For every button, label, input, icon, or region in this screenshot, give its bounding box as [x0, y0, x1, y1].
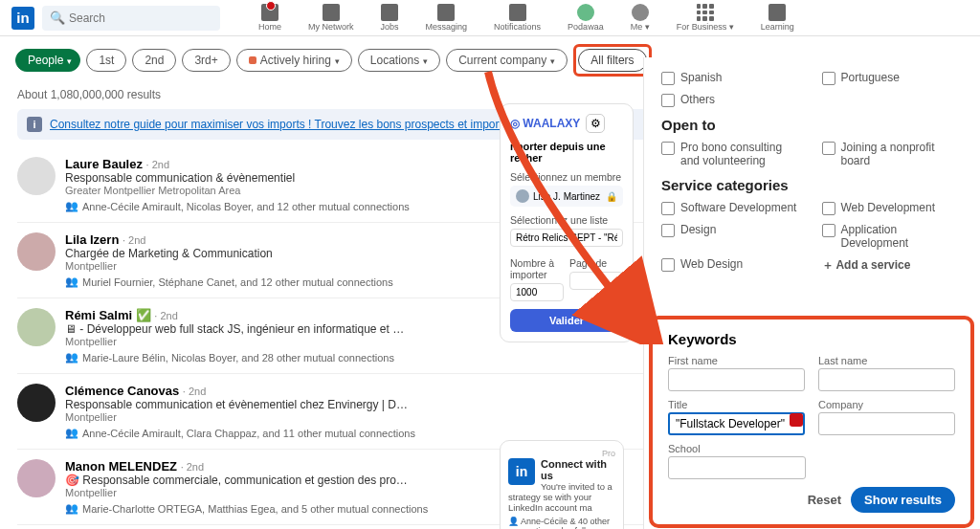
- avatar[interactable]: [17, 232, 56, 271]
- mutual-text: Anne-Cécile Amirault, Nicolas Boyer, and…: [82, 201, 410, 212]
- nav-network[interactable]: My Network: [308, 4, 354, 32]
- hiring-icon: [249, 56, 256, 64]
- keywords-heading: Keywords: [668, 331, 955, 347]
- import-title: nporter depuis une recher: [510, 141, 623, 164]
- import-count-input[interactable]: [510, 283, 564, 301]
- lang-spanish-checkbox[interactable]: Spanish: [661, 71, 803, 85]
- search-icon: 🔍: [50, 11, 65, 25]
- reset-button[interactable]: Reset: [808, 493, 841, 507]
- top-nav: in 🔍 Home My Network Jobs Messaging Noti…: [0, 0, 980, 36]
- result-headline: Chargée de Marketing & Communication: [65, 247, 410, 260]
- app-dev-checkbox[interactable]: Application Development: [822, 223, 964, 250]
- waalaxy-logo: ◎ WAALAXY: [510, 117, 580, 130]
- company-input[interactable]: [818, 412, 955, 435]
- bell-icon: [509, 4, 526, 21]
- third-degree-filter[interactable]: 3rd+: [182, 49, 230, 72]
- all-filters-highlight: All filters: [573, 44, 651, 77]
- people-icon: [323, 4, 340, 21]
- connect-sub: You're invited to a strategy se with you…: [508, 481, 615, 513]
- list-select[interactable]: [510, 229, 623, 247]
- grid-icon: [697, 4, 714, 21]
- briefcase-icon: [381, 4, 398, 21]
- software-dev-checkbox[interactable]: Software Development: [661, 201, 803, 215]
- extension-badge-icon: [790, 413, 803, 427]
- avatar[interactable]: [17, 384, 56, 422]
- second-degree-filter[interactable]: 2nd: [132, 49, 176, 72]
- validate-button[interactable]: Valider: [510, 309, 623, 332]
- select-list-label: Sélectionnez une liste: [510, 214, 623, 226]
- nav-notifications[interactable]: Notifications: [494, 4, 541, 32]
- title-input[interactable]: [668, 412, 805, 435]
- search-box[interactable]: 🔍: [42, 6, 220, 31]
- page-input[interactable]: [569, 272, 623, 290]
- actively-hiring-filter[interactable]: Actively hiring▾: [236, 49, 352, 72]
- info-icon: i: [27, 117, 42, 132]
- avatar[interactable]: [17, 157, 56, 195]
- last-name-label: Last name: [818, 355, 955, 366]
- linkedin-icon: in: [508, 458, 535, 485]
- mutual-icon: 👥: [65, 200, 78, 212]
- result-headline: 🖥 - Développeur web full stack JS, ingén…: [65, 322, 410, 336]
- search-input[interactable]: [69, 11, 212, 25]
- school-label: School: [668, 443, 806, 454]
- chat-icon: [437, 4, 455, 21]
- school-input[interactable]: [668, 456, 806, 479]
- add-service-button[interactable]: ＋ Add a service: [822, 257, 964, 274]
- result-name[interactable]: Manon MELENDEZ: [65, 459, 177, 474]
- locations-filter[interactable]: Locations▾: [358, 49, 440, 72]
- home-icon: [261, 4, 278, 21]
- result-name[interactable]: Laure Baulez: [65, 157, 143, 171]
- keywords-panel: Keywords First name Last name Title Comp…: [649, 316, 974, 528]
- degree-badge: · 2nd: [146, 159, 169, 170]
- nav-jobs[interactable]: Jobs: [381, 4, 399, 32]
- lang-portuguese-checkbox[interactable]: Portuguese: [822, 71, 964, 85]
- nav-business[interactable]: For Business ▾: [677, 4, 734, 32]
- current-company-filter[interactable]: Current company▾: [446, 49, 568, 72]
- result-headline: Responsable communication & évènementiel: [65, 171, 410, 185]
- nav-messaging[interactable]: Messaging: [426, 4, 468, 32]
- title-label: Title: [668, 399, 805, 410]
- connect-with-us-card: Pro in Connect with us You're invited to…: [500, 440, 624, 529]
- probono-checkbox[interactable]: Pro bono consulting and volunteering: [661, 141, 803, 167]
- avatar[interactable]: [17, 308, 56, 346]
- member-chip[interactable]: Lisa J. Martinez 🔒: [510, 186, 623, 207]
- result-name[interactable]: Rémi Salmi ✅: [65, 308, 151, 322]
- nav-learning[interactable]: Learning: [761, 4, 794, 32]
- show-results-button[interactable]: Show results: [851, 487, 955, 513]
- first-name-input[interactable]: [668, 368, 805, 391]
- result-name[interactable]: Lila Izern: [65, 232, 119, 247]
- web-dev-checkbox[interactable]: Web Development: [822, 201, 964, 215]
- chevron-down-icon: ▾: [67, 56, 72, 66]
- all-filters-button[interactable]: All filters: [578, 49, 646, 72]
- lang-others-checkbox[interactable]: Others: [661, 93, 963, 107]
- nonprofit-checkbox[interactable]: Joining a nonprofit board: [822, 141, 964, 167]
- avatar[interactable]: [17, 459, 56, 497]
- web-design-checkbox[interactable]: Web Design: [661, 257, 803, 274]
- nav-me[interactable]: Me ▾: [631, 4, 650, 32]
- people-filter[interactable]: People▾: [15, 49, 80, 72]
- avatar-icon: [632, 4, 649, 21]
- nav-home[interactable]: Home: [258, 4, 281, 32]
- last-name-input[interactable]: [818, 368, 955, 391]
- open-to-heading: Open to: [661, 117, 963, 133]
- result-headline: Responsable communication et évènementie…: [65, 398, 410, 411]
- linkedin-logo[interactable]: in: [11, 7, 34, 30]
- connect-people: 👤 Anne-Cécile & 40 other connections als…: [508, 517, 615, 529]
- gear-icon[interactable]: ⚙: [586, 114, 605, 133]
- promoted-label: Pro: [508, 449, 615, 458]
- service-categories-heading: Service categories: [661, 177, 963, 193]
- company-label: Company: [818, 399, 955, 410]
- first-name-label: First name: [668, 355, 805, 366]
- podawaa-icon: [577, 4, 594, 21]
- result-name[interactable]: Clémence Canovas: [65, 384, 179, 398]
- waalaxy-panel: ◎ WAALAXY ⚙ nporter depuis une recher Sé…: [500, 103, 634, 342]
- first-degree-filter[interactable]: 1st: [86, 49, 126, 72]
- result-headline: 🎯 Responsable commerciale, communication…: [65, 474, 410, 487]
- design-checkbox[interactable]: Design: [661, 223, 803, 250]
- nav-podawaa[interactable]: Podawaa: [568, 4, 604, 32]
- select-member-label: Sélectionnez un membre: [510, 171, 623, 183]
- play-icon: [768, 4, 786, 21]
